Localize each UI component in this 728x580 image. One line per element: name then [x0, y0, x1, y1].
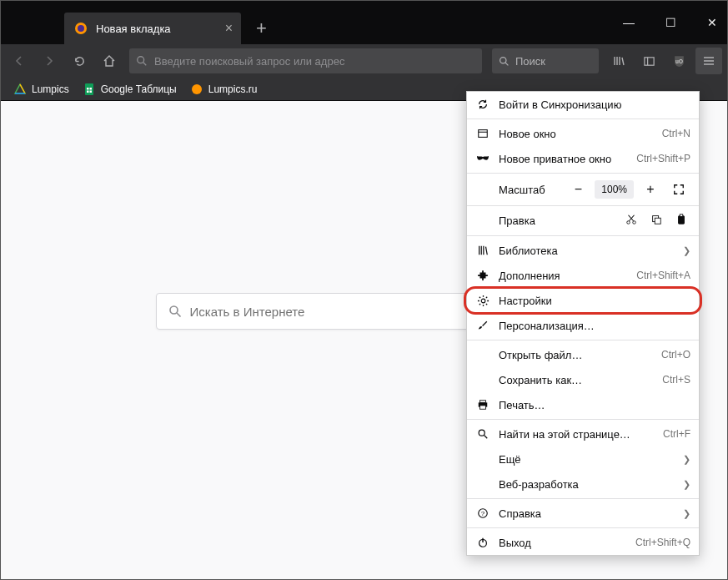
- menu-label: Новое окно: [499, 128, 662, 140]
- forward-button[interactable]: [36, 48, 63, 74]
- cut-button[interactable]: [625, 214, 637, 228]
- ublock-icon[interactable]: uO: [665, 48, 692, 74]
- help-icon: ?: [475, 507, 490, 520]
- menu-label: Войти в Синхронизацию: [499, 98, 690, 111]
- gear-icon: [475, 294, 490, 307]
- svg-rect-27: [480, 406, 486, 409]
- library-button[interactable]: [605, 48, 632, 74]
- hamburger-menu-button[interactable]: [695, 48, 722, 74]
- puzzle-icon: [475, 269, 490, 282]
- bookmark-label: Lumpics: [32, 83, 69, 95]
- menu-label: Библиотека: [499, 245, 678, 257]
- menu-print[interactable]: Печать…: [467, 392, 699, 417]
- menu-label: Дополнения: [499, 270, 636, 282]
- bookmark-item[interactable]: Lumpics.ru: [185, 80, 263, 98]
- menu-more[interactable]: Ещё ❯: [467, 446, 699, 472]
- bookmark-item[interactable]: Lumpics: [8, 80, 74, 98]
- printer-icon: [475, 398, 490, 411]
- home-button[interactable]: [96, 48, 123, 74]
- reload-button[interactable]: [66, 48, 93, 74]
- browser-tab[interactable]: Новая вкладка ×: [64, 13, 241, 44]
- copy-button[interactable]: [650, 214, 662, 228]
- menu-new-private-window[interactable]: Новое приватное окно Ctrl+Shift+P: [467, 146, 699, 171]
- menu-customize[interactable]: Персонализация…: [467, 313, 699, 338]
- menu-label: Справка: [499, 507, 678, 520]
- titlebar: Новая вкладка × + — ☐ ✕: [1, 1, 727, 44]
- menu-shortcut: Ctrl+Shift+P: [636, 153, 690, 164]
- menu-open-file[interactable]: Открыть файл… Ctrl+O: [467, 342, 699, 367]
- bookmark-item[interactable]: Google Таблицы: [78, 80, 182, 98]
- menu-shortcut: Ctrl+N: [662, 128, 690, 139]
- maximize-button[interactable]: ☐: [662, 16, 679, 29]
- menu-shortcut: Ctrl+Shift+Q: [635, 537, 690, 548]
- svg-line-29: [484, 436, 488, 439]
- sync-icon: [475, 98, 490, 111]
- chevron-right-icon: ❯: [683, 508, 690, 519]
- svg-line-15: [177, 313, 181, 317]
- menu-label: Масштаб: [475, 184, 566, 196]
- menu-label: Персонализация…: [499, 320, 690, 332]
- svg-line-5: [505, 63, 508, 65]
- main-menu-dropdown: Войти в Синхронизацию Новое окно Ctrl+N …: [466, 91, 700, 556]
- menu-label: Выход: [499, 537, 635, 549]
- menu-sync[interactable]: Войти в Синхронизацию: [467, 92, 699, 117]
- search-placeholder: Поиск: [515, 55, 545, 68]
- url-placeholder: Введите поисковый запрос или адрес: [154, 55, 344, 68]
- search-icon: [499, 56, 510, 67]
- menu-separator: [467, 173, 699, 174]
- url-bar[interactable]: Введите поисковый запрос или адрес: [129, 48, 482, 73]
- menu-webdev[interactable]: Веб-разработка ❯: [467, 472, 699, 497]
- paste-button[interactable]: [675, 214, 687, 228]
- svg-rect-25: [480, 401, 486, 403]
- menu-label: Сохранить как…: [499, 374, 662, 386]
- menu-separator: [467, 119, 699, 119]
- search-icon: [475, 427, 490, 441]
- zoom-out-button[interactable]: −: [566, 179, 590, 200]
- menu-label: Печать…: [499, 399, 690, 411]
- sidebar-button[interactable]: [635, 48, 662, 74]
- svg-rect-21: [655, 218, 660, 224]
- menu-edit: Правка: [467, 208, 699, 234]
- chevron-right-icon: ❯: [683, 245, 690, 256]
- power-icon: [475, 536, 490, 549]
- tab-close-icon[interactable]: ×: [225, 21, 233, 36]
- chevron-right-icon: ❯: [683, 479, 690, 490]
- menu-help[interactable]: ? Справка ❯: [467, 501, 699, 526]
- svg-rect-22: [679, 216, 685, 224]
- minimize-button[interactable]: —: [620, 16, 637, 29]
- menu-shortcut: Ctrl+S: [662, 374, 690, 386]
- zoom-in-button[interactable]: +: [639, 179, 662, 200]
- menu-separator: [467, 527, 699, 528]
- menu-new-window[interactable]: Новое окно Ctrl+N: [467, 121, 699, 146]
- menu-find[interactable]: Найти на этой странице… Ctrl+F: [467, 421, 699, 446]
- menu-library[interactable]: Библиотека ❯: [467, 238, 699, 263]
- menu-shortcut: Ctrl+Shift+A: [636, 270, 690, 281]
- back-button[interactable]: [6, 48, 33, 74]
- menu-label: Новое приватное окно: [499, 153, 636, 165]
- svg-text:uO: uO: [675, 58, 683, 63]
- fullscreen-button[interactable]: [667, 179, 690, 200]
- close-window-button[interactable]: ✕: [704, 16, 720, 29]
- menu-separator: [467, 340, 699, 340]
- svg-point-24: [481, 299, 485, 303]
- menu-exit[interactable]: Выход Ctrl+Shift+Q: [467, 530, 699, 555]
- svg-point-14: [170, 306, 178, 314]
- new-tab-button[interactable]: +: [241, 13, 282, 44]
- menu-settings[interactable]: Настройки: [467, 288, 699, 313]
- svg-point-18: [627, 221, 630, 224]
- menu-label: Веб-разработка: [499, 478, 678, 491]
- bookmark-label: Lumpics.ru: [208, 83, 258, 95]
- svg-point-2: [138, 57, 144, 63]
- menu-label: Открыть файл…: [499, 349, 661, 361]
- menu-label: Правка: [475, 214, 625, 227]
- menu-addons[interactable]: Дополнения Ctrl+Shift+A: [467, 263, 699, 288]
- mask-icon: [475, 152, 490, 165]
- bookmark-label: Google Таблицы: [101, 83, 177, 95]
- menu-save-as[interactable]: Сохранить как… Ctrl+S: [467, 367, 699, 392]
- zoom-value: 100%: [595, 180, 634, 199]
- search-bar[interactable]: Поиск: [492, 48, 599, 73]
- menu-separator: [467, 419, 699, 420]
- search-icon: [136, 55, 148, 67]
- menu-label: Найти на этой странице…: [499, 428, 663, 441]
- svg-point-13: [192, 84, 202, 94]
